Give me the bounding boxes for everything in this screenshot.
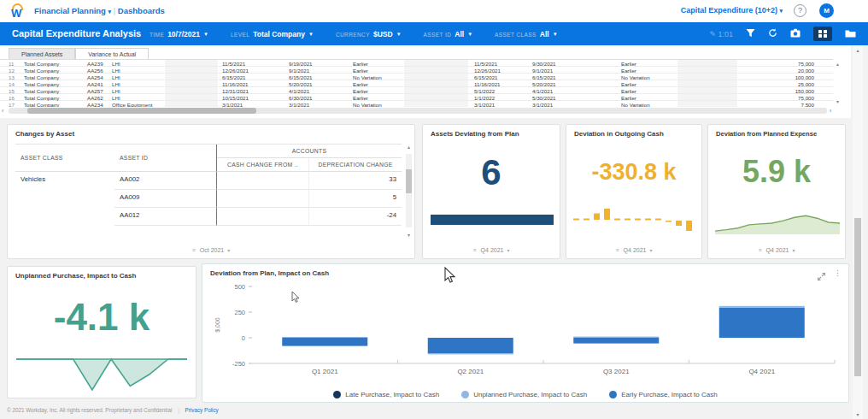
legend-label: Late Purchase, Impact to Cash [345, 391, 439, 398]
workday-logo-icon[interactable]: W [10, 3, 26, 19]
cell-plan_date2: 12/26/2021 [474, 68, 501, 74]
breadcrumb-divider: | [114, 6, 115, 15]
period-selector[interactable]: ≡Q4 2021▾ [423, 247, 560, 253]
table-row[interactable]: 14Total CompanyAA241LHI11/16/20215/20/20… [0, 80, 833, 87]
cell-asset_id: AA241 [87, 81, 103, 87]
cell-asset_id: AA257 [87, 88, 103, 94]
legend-label: Early Purchase, Impact to Cash [621, 391, 718, 398]
filter-asset-id[interactable]: ASSET IDAll▼ [424, 30, 473, 38]
cell-cash-change[interactable] [217, 208, 309, 226]
cell-asset_id: AA234 [87, 102, 103, 107]
footer: © 2021 Workday, Inc. All rights reserved… [7, 407, 219, 413]
grid-scroll-up-icon[interactable]: ▴ [836, 61, 839, 67]
filter-value: All [455, 30, 464, 38]
horizontal-scrollbar[interactable] [9, 108, 827, 114]
cell-actual_date2: 9/1/2021 [532, 68, 553, 74]
period-selector[interactable]: ≡Oct 2021▾ [8, 247, 414, 253]
refresh-icon[interactable] [768, 27, 777, 41]
kpi-value: -330.8 k [566, 159, 701, 186]
cell-num: 12 [9, 68, 15, 74]
chevron-down-icon: ▾ [227, 248, 230, 253]
page-scrollbar[interactable]: ▴ ▾ [853, 45, 863, 419]
filter-icon[interactable] [746, 27, 755, 41]
cell-depreciation-change[interactable]: -24 [309, 208, 402, 226]
app-menu-financial-planning[interactable]: Financial Planning ▾ | Dashboards [34, 6, 165, 15]
cell-plan_date: 3/1/2021 [222, 102, 243, 107]
table-row[interactable]: 15Total CompanyAA257LHI12/31/20214/1/202… [0, 87, 833, 94]
cell-asset-id[interactable]: AA002 [114, 172, 217, 190]
cell-asset_id: AA254 [87, 74, 103, 80]
cell-actual_date: 4/1/2021 [289, 88, 309, 94]
legend-item[interactable]: Early Purchase, Impact to Cash [609, 391, 718, 398]
cell-asset-class [15, 190, 114, 208]
period-icon: ≡ [473, 247, 477, 253]
help-button[interactable]: ? [794, 4, 806, 17]
cell-amount: 20,000 [763, 68, 814, 74]
svg-text:-250: -250 [232, 360, 245, 368]
cell-depreciation-change[interactable]: 5 [309, 190, 402, 208]
cell-plan_date2: 1/1/2022 [474, 95, 495, 101]
camera-icon[interactable] [790, 27, 801, 41]
period-selector[interactable]: ≡Q4 2021▾ [566, 247, 701, 253]
cell-plan_date2: 5/1/2022 [474, 88, 495, 94]
cell-cash-change[interactable] [217, 172, 309, 190]
grid-scroll-down-icon[interactable]: ▾ [836, 98, 839, 104]
scroll-up-icon[interactable]: ▴ [404, 144, 413, 150]
privacy-policy-link[interactable]: Privacy Policy [185, 407, 219, 413]
svg-text:0: 0 [242, 334, 245, 342]
table-row[interactable]: 13Total CompanyAA254LHI6/15/20216/15/202… [0, 74, 833, 80]
avatar[interactable]: M [819, 3, 834, 18]
cell-actual_date: 9/1/2021 [289, 68, 309, 74]
cell-asset_class: Office Equipment [112, 102, 152, 107]
chevron-down-icon: ▼ [467, 32, 472, 37]
cell-asset_class: LHI [112, 81, 120, 87]
period-icon: ≡ [192, 247, 196, 253]
tab-planned-assets[interactable]: Planned Assets [9, 48, 75, 60]
cell-variance2: No Variation [621, 74, 650, 80]
cell-variance2: Earlier [621, 68, 636, 74]
filter-currency[interactable]: CURRENCY$USD▼ [336, 30, 402, 38]
table-row[interactable]: 17Total CompanyAA234Office Equipment3/1/… [0, 101, 833, 107]
cell-asset-id[interactable]: AA009 [114, 190, 217, 208]
period-selector[interactable]: ≡Q4 2021▾ [708, 247, 845, 253]
cell-plan_date2: 3/1/2021 [474, 102, 495, 107]
changes-scrollbar[interactable]: ▴ ▾ [404, 144, 413, 238]
scroll-right-icon[interactable]: › [830, 108, 831, 114]
edit-icon[interactable]: ✎ 1:01 [709, 27, 733, 41]
card-title: Deviation in Outgoing Cash [574, 130, 664, 138]
cell-plan_date2: 6/15/2021 [474, 74, 498, 80]
scroll-down-icon[interactable]: ▾ [853, 411, 863, 417]
cell-asset-id[interactable]: AA012 [114, 208, 217, 226]
scroll-down-icon[interactable]: ▾ [404, 232, 413, 238]
cell-depreciation-change[interactable]: 33 [309, 172, 402, 190]
table-row[interactable]: 11Total CompanyAA239LHI11/5/20219/19/202… [0, 60, 833, 67]
cell-variance: No Variation [353, 102, 382, 107]
assets-deviating-card: Assets Deviating from Plan 6 ≡Q4 2021▾ [422, 124, 560, 259]
filter-time[interactable]: TIME10/7/2021▼ [150, 30, 208, 38]
cell-actual_date2: 6/15/2021 [532, 74, 556, 80]
grid-view-button[interactable] [813, 27, 832, 41]
card-title: Unplanned Purchase, Impact to Cash [15, 272, 136, 280]
table-row[interactable]: 16Total CompanyAA262LHI10/15/20216/30/20… [0, 94, 833, 101]
cell-asset_id: AA239 [87, 61, 103, 67]
deviation-chart-card: Deviation from Plan, Impact on Cash ⋮ 50… [202, 263, 849, 403]
cell-num: 17 [9, 102, 15, 107]
breadcrumb-dashboards[interactable]: Dashboards [118, 6, 165, 15]
scroll-left-icon[interactable]: ‹ [2, 108, 3, 114]
cell-amount: 75,000 [763, 61, 814, 67]
cell-cash-change[interactable] [217, 190, 309, 208]
scroll-up-icon[interactable]: ▴ [853, 47, 863, 53]
table-row[interactable]: 12Total CompanyAA256LHI12/26/20219/1/202… [0, 67, 833, 74]
svg-text:Q3 2021: Q3 2021 [603, 368, 630, 375]
tab-variance-to-actual[interactable]: Variance to Actual [75, 48, 149, 60]
filter-level[interactable]: LEVELTotal Company▼ [231, 30, 314, 38]
filter-asset-class[interactable]: ASSET CLASSAll▼ [495, 30, 558, 38]
cell-num: 16 [9, 95, 15, 101]
chevron-down-icon: ▼ [203, 32, 208, 37]
cell-num: 14 [9, 81, 15, 87]
workspace-select[interactable]: Capital Expenditure (10+2) ▾ [681, 6, 783, 15]
legend-item[interactable]: Unplanned Purchase, Impact to Cash [461, 391, 587, 398]
folder-icon[interactable] [845, 27, 856, 41]
legend-item[interactable]: Late Purchase, Impact to Cash [333, 391, 439, 398]
top-bar: W Financial Planning ▾ | Dashboards Capi… [0, 0, 868, 22]
